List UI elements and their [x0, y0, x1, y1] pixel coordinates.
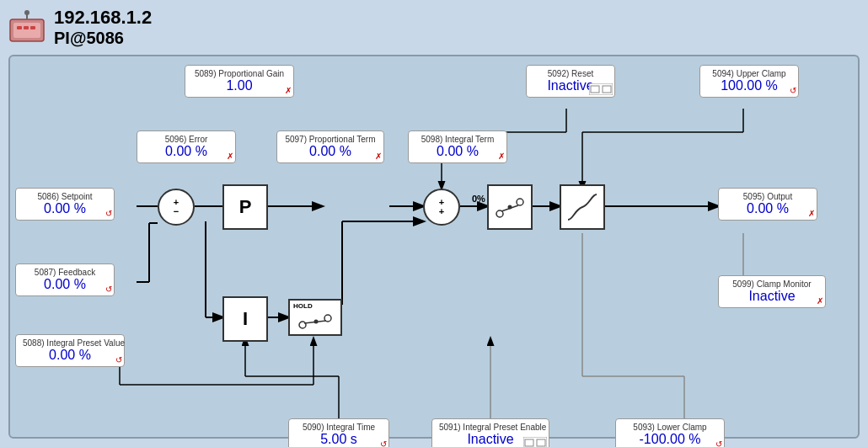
svg-rect-2 — [17, 26, 22, 29]
reset-switch-icon — [589, 83, 613, 95]
edit-icon12[interactable]: ↺ — [715, 439, 722, 447]
svg-point-48 — [508, 205, 512, 210]
output-value: 0.00 % — [726, 201, 810, 216]
proportional-term-label: 5097) Proportional Term — [284, 135, 377, 144]
proportional-gain-value: 1.00 — [192, 78, 287, 93]
diagram: 5089) Proportional Gain 1.00 ✗ 5096) Err… — [8, 55, 860, 439]
integral-time-value: 5.00 s — [296, 432, 382, 447]
edit-icon7[interactable]: ↺ — [105, 285, 112, 294]
sum1-symbols: +− — [174, 198, 179, 216]
i-block: I — [222, 296, 268, 342]
svg-rect-1 — [13, 23, 40, 38]
proportional-term-box[interactable]: 5097) Proportional Term 0.00 % ✗ — [276, 130, 384, 163]
integral-preset-value-label: 5088) Integral Preset Value — [23, 338, 117, 348]
hold-switch: HOLD — [288, 299, 342, 336]
output-box[interactable]: 5095) Output 0.00 % ✗ — [718, 188, 817, 221]
upper-clamp-value: 100.00 % — [707, 78, 791, 93]
edit-icon11[interactable]: ↺ — [380, 439, 387, 447]
proportional-gain-box[interactable]: 5089) Proportional Gain 1.00 ✗ — [185, 65, 294, 98]
edit-icon9[interactable]: ✗ — [808, 209, 815, 218]
lower-clamp-value: -100.00 % — [623, 432, 717, 447]
p-label: P — [239, 196, 252, 218]
integral-term-label: 5098) Integral Term — [415, 135, 500, 144]
header: 192.168.1.2 PI@5086 — [7, 7, 152, 48]
sum-junction-1: +− — [158, 189, 195, 226]
upper-clamp-label: 5094) Upper Clamp — [707, 69, 791, 78]
edit-icon[interactable]: ✗ — [285, 86, 292, 95]
sum2-symbols: ++ — [439, 198, 444, 216]
clamp-monitor-value: Inactive — [726, 289, 818, 304]
p-block: P — [222, 184, 268, 230]
proportional-gain-label: 5089) Proportional Gain — [192, 69, 287, 78]
i-label: I — [243, 308, 248, 330]
lower-clamp-label: 5093) Lower Clamp — [623, 423, 717, 432]
reset-label: 5092) Reset — [533, 69, 608, 78]
svg-point-52 — [314, 320, 319, 324]
error-label: 5096) Error — [144, 135, 228, 144]
hold-switch-icon — [296, 310, 335, 332]
network-icon — [7, 8, 47, 48]
lower-clamp-box[interactable]: 5093) Lower Clamp -100.00 % ↺ — [615, 418, 725, 447]
edit-icon4[interactable]: ✗ — [498, 152, 505, 161]
integral-preset-value-value: 0.00 % — [23, 348, 117, 363]
error-box[interactable]: 5096) Error 0.00 % ✗ — [137, 130, 236, 163]
ip-address: 192.168.1.2 — [54, 7, 152, 29]
main-container: 192.168.1.2 PI@5086 — [0, 0, 868, 447]
edit-icon6[interactable]: ↺ — [105, 209, 112, 218]
clamp-monitor-label: 5099) Clamp Monitor — [726, 279, 818, 289]
reset-box[interactable]: 5092) Reset Inactive — [526, 65, 615, 98]
integral-time-label: 5090) Integral Time — [296, 423, 382, 432]
proportional-term-value: 0.00 % — [284, 144, 377, 159]
output-label: 5095) Output — [726, 192, 810, 201]
setpoint-box[interactable]: 5086) Setpoint 0.00 % ↺ — [15, 188, 115, 221]
setpoint-value: 0.00 % — [23, 201, 107, 216]
edit-icon2[interactable]: ✗ — [227, 152, 233, 161]
setpoint-label: 5086) Setpoint — [23, 192, 107, 201]
edit-icon10[interactable]: ✗ — [817, 296, 823, 306]
svg-rect-42 — [523, 437, 547, 447]
svg-rect-39 — [589, 83, 613, 95]
header-text: 192.168.1.2 PI@5086 — [54, 7, 152, 48]
integral-preset-enable-box[interactable]: 5091) Integral Preset Enable Inactive — [431, 418, 549, 447]
upper-clamp-box[interactable]: 5094) Upper Clamp 100.00 % ↺ — [699, 65, 799, 98]
hold-label: HOLD — [293, 302, 313, 310]
zero-pct-label: 0% — [472, 194, 485, 204]
edit-icon8[interactable]: ↺ — [115, 355, 122, 365]
feedback-box[interactable]: 5087) Feedback 0.00 % ↺ — [15, 263, 115, 296]
integral-term-box[interactable]: 5098) Integral Term 0.00 % ✗ — [408, 130, 507, 163]
feedback-label: 5087) Feedback — [23, 268, 107, 277]
clamp-monitor-box[interactable]: 5099) Clamp Monitor Inactive ✗ — [718, 275, 826, 308]
edit-icon3[interactable]: ✗ — [375, 152, 382, 161]
svg-point-6 — [24, 10, 29, 15]
integral-term-value: 0.00 % — [415, 144, 500, 159]
connection-lines — [10, 56, 858, 437]
scurve-icon — [565, 189, 600, 225]
integral-time-box[interactable]: 5090) Integral Time 5.00 s ↺ — [288, 418, 389, 447]
edit-icon5[interactable]: ↺ — [790, 86, 796, 95]
svg-rect-3 — [24, 26, 29, 29]
switch-icon — [493, 190, 527, 224]
feedback-value: 0.00 % — [23, 277, 107, 292]
svg-rect-4 — [30, 26, 35, 29]
integral-preset-enable-label: 5091) Integral Preset Enable — [439, 423, 542, 432]
preset-switch-icon — [523, 437, 547, 447]
zero-pct-switch — [487, 184, 533, 230]
error-value: 0.00 % — [144, 144, 228, 159]
pi-label: PI@5086 — [54, 29, 152, 48]
transfer-function-block — [560, 184, 605, 230]
svg-point-46 — [517, 199, 523, 205]
sum-junction-2: ++ — [423, 189, 460, 226]
integral-preset-value-box[interactable]: 5088) Integral Preset Value 0.00 % ↺ — [15, 334, 125, 367]
